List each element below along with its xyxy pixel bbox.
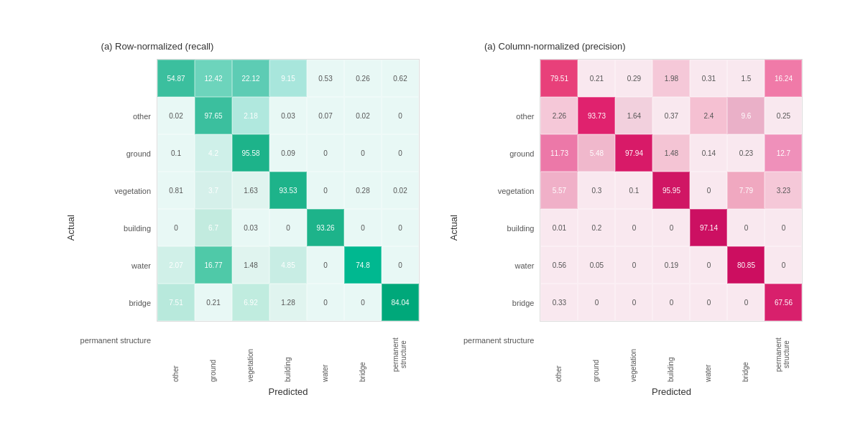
left-grid: 54.8712.4222.129.150.530.260.620.0297.65… [157, 59, 420, 322]
matrix-cell: 0.05 [578, 246, 615, 284]
right-x-axis-label: Predicted [540, 386, 803, 397]
right-col-labels: othergroundvegetationbuildingwaterbridge… [540, 325, 803, 382]
matrix-cell: 0.3 [578, 172, 615, 209]
matrix-cell: 2.18 [232, 97, 269, 134]
matrix-cell: 9.6 [727, 97, 765, 134]
matrix-cell: 4.2 [195, 134, 232, 172]
col-label: vegetation [231, 325, 269, 382]
matrix-cell: 0 [382, 134, 419, 172]
matrix-cell: 0 [344, 134, 382, 172]
col-label: other [157, 325, 194, 382]
col-label: water [689, 325, 726, 382]
col-label: ground [577, 325, 614, 382]
col-label: permanent structure [381, 325, 418, 382]
matrix-cell: 0.2 [578, 209, 615, 246]
matrix-cell: 1.63 [232, 172, 269, 209]
row-label: building [463, 210, 537, 247]
col-label: bridge [343, 325, 381, 382]
matrix-cell: 1.48 [232, 246, 269, 284]
matrix-cell: 0 [727, 284, 765, 321]
matrix-cell: 2.26 [540, 97, 578, 134]
matrix-cell: 11.73 [540, 134, 578, 172]
matrix-cell: 0 [307, 246, 344, 284]
matrix-cell: 16.77 [195, 246, 232, 284]
matrix-cell: 0 [615, 284, 652, 321]
matrix-cell: 0 [652, 284, 690, 321]
row-label: vegetation [463, 172, 537, 210]
matrix-cell: 0.53 [307, 60, 344, 97]
matrix-cell: 0.02 [344, 97, 382, 134]
right-chart-block: (a) Column-normalized (precision) Actual… [448, 41, 803, 397]
matrix-cell: 3.7 [195, 172, 232, 209]
right-grid: 79.510.210.291.980.311.516.242.2693.731.… [540, 59, 803, 322]
matrix-cell: 80.85 [727, 246, 765, 284]
col-label: ground [194, 325, 231, 382]
matrix-cell: 0 [690, 172, 727, 209]
left-col-labels: othergroundvegetationbuildingwaterbridge… [157, 325, 420, 382]
left-y-axis-label: Actual [65, 215, 76, 241]
matrix-cell: 0 [652, 209, 690, 246]
matrix-cell: 97.14 [690, 209, 727, 246]
matrix-cell: 12.42 [195, 60, 232, 97]
matrix-cell: 0 [307, 284, 344, 321]
left-grid-and-cols: 54.8712.4222.129.150.530.260.620.0297.65… [157, 59, 420, 397]
matrix-cell: 0 [578, 284, 615, 321]
right-row-labels: othergroundvegetationbuildingwaterbridge… [463, 98, 537, 359]
matrix-cell: 0 [382, 246, 419, 284]
matrix-cell: 7.79 [727, 172, 765, 209]
matrix-cell: 1.64 [615, 97, 652, 134]
matrix-cell: 12.7 [765, 134, 802, 172]
matrix-cell: 84.04 [382, 284, 419, 321]
matrix-cell: 16.24 [765, 60, 802, 97]
matrix-cell: 0.02 [382, 172, 419, 209]
matrix-cell: 0.19 [652, 246, 690, 284]
row-label: bridge [80, 284, 154, 322]
col-label: permanent structure [764, 325, 801, 382]
col-label: water [306, 325, 343, 382]
matrix-cell: 2.4 [690, 97, 727, 134]
matrix-cell: 0 [382, 97, 419, 134]
matrix-cell: 0.28 [344, 172, 382, 209]
matrix-cell: 0.26 [344, 60, 382, 97]
right-chart-title: (a) Column-normalized (precision) [484, 41, 626, 52]
matrix-cell: 1.28 [269, 284, 307, 321]
matrix-cell: 0.21 [195, 284, 232, 321]
matrix-cell: 5.57 [540, 172, 578, 209]
matrix-cell: 0.03 [269, 97, 307, 134]
row-label: permanent structure [80, 322, 154, 359]
matrix-cell: 2.07 [157, 246, 195, 284]
right-chart-inner: Actual othergroundvegetationbuildingwate… [448, 59, 803, 397]
matrix-cell: 0 [765, 246, 802, 284]
row-label: other [80, 98, 154, 135]
col-label: other [540, 325, 577, 382]
matrix-cell: 79.51 [540, 60, 578, 97]
matrix-cell: 0.1 [157, 134, 195, 172]
matrix-cell: 1.5 [727, 60, 765, 97]
right-y-axis-label: Actual [448, 215, 459, 241]
matrix-cell: 93.26 [307, 209, 344, 246]
matrix-cell: 97.94 [615, 134, 652, 172]
matrix-cell: 0 [615, 246, 652, 284]
matrix-cell: 9.15 [269, 60, 307, 97]
left-chart-inner: Actual othergroundvegetationbuildingwate… [65, 59, 420, 397]
row-label: water [463, 247, 537, 284]
matrix-cell: 0.21 [578, 60, 615, 97]
matrix-cell: 0 [615, 209, 652, 246]
matrix-cell: 67.56 [765, 284, 802, 321]
matrix-cell: 0 [382, 209, 419, 246]
matrix-cell: 0 [727, 209, 765, 246]
matrix-cell: 6.7 [195, 209, 232, 246]
matrix-cell: 0.01 [540, 209, 578, 246]
matrix-cell: 0.56 [540, 246, 578, 284]
col-label: vegetation [614, 325, 652, 382]
matrix-cell: 0.29 [615, 60, 652, 97]
matrix-cell: 3.23 [765, 172, 802, 209]
matrix-cell: 0 [690, 284, 727, 321]
col-label: building [652, 325, 689, 382]
left-x-axis-label: Predicted [157, 386, 420, 397]
matrix-cell: 0.33 [540, 284, 578, 321]
matrix-cell: 5.48 [578, 134, 615, 172]
row-label: ground [80, 135, 154, 172]
matrix-cell: 0 [307, 134, 344, 172]
matrix-cell: 0.62 [382, 60, 419, 97]
